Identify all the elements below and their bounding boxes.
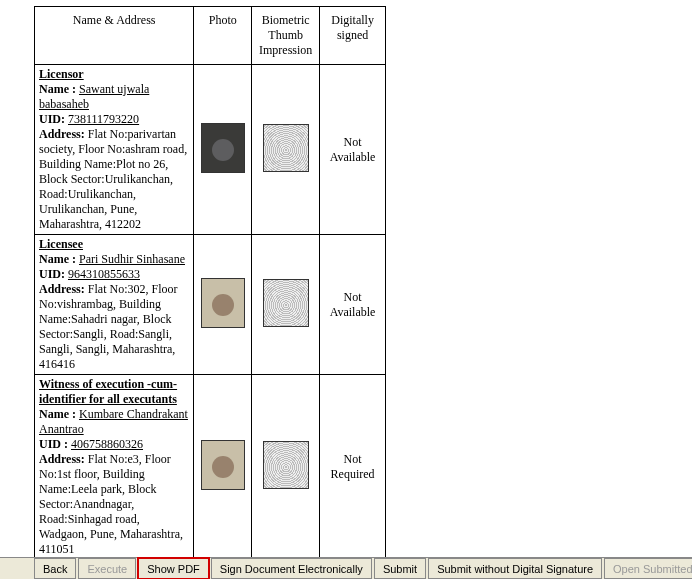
party-address: Flat No:parivartan society, Floor No:ash… [39, 127, 187, 231]
party-uid: 406758860326 [71, 437, 143, 451]
uid-label: UID : [39, 437, 68, 451]
addr-label: Address: [39, 127, 85, 141]
thumbprint-image [263, 279, 309, 327]
table-row: Witness of execution -cum-identifier for… [35, 375, 386, 560]
header-name: Name & Address [35, 7, 194, 65]
addr-label: Address: [39, 282, 85, 296]
sign-document-button[interactable]: Sign Document Electronically [211, 558, 372, 579]
party-table: Name & Address Photo Biometric Thumb Imp… [34, 6, 386, 579]
party-role: Witness of execution -cum-identifier for… [39, 377, 189, 407]
button-bar: Back Execute Show PDF Sign Document Elec… [0, 557, 692, 579]
photo-image [201, 123, 245, 173]
photo-image [201, 440, 245, 490]
submit-button[interactable]: Submit [374, 558, 426, 579]
thumbprint-image [263, 441, 309, 489]
submit-no-signature-button[interactable]: Submit without Digital Signature [428, 558, 602, 579]
table-row: Licensor Name : Sawant ujwala babasaheb … [35, 65, 386, 235]
party-uid: 964310855633 [68, 267, 140, 281]
name-label: Name : [39, 407, 76, 421]
show-pdf-button[interactable]: Show PDF [138, 558, 209, 579]
thumbprint-image [263, 124, 309, 172]
header-photo: Photo [194, 7, 252, 65]
signature-status: Not Available [320, 235, 386, 375]
header-thumb: Biometric Thumb Impression [252, 7, 320, 65]
name-label: Name : [39, 252, 76, 266]
party-role: Licensor [39, 67, 189, 82]
party-uid: 738111793220 [68, 112, 139, 126]
photo-image [201, 278, 245, 328]
table-row: Licensee Name : Pari Sudhir Sinhasane UI… [35, 235, 386, 375]
party-name: Pari Sudhir Sinhasane [79, 252, 185, 266]
uid-label: UID: [39, 112, 65, 126]
addr-label: Address: [39, 452, 85, 466]
uid-label: UID: [39, 267, 65, 281]
header-sig: Digitally signed [320, 7, 386, 65]
party-role: Licensee [39, 237, 189, 252]
signature-status: Not Required [320, 375, 386, 560]
signature-status: Not Available [320, 65, 386, 235]
name-label: Name : [39, 82, 76, 96]
back-button[interactable]: Back [34, 558, 76, 579]
open-submitted-button[interactable]: Open Submitted Document [604, 558, 692, 579]
party-address: Flat No:e3, Floor No:1st floor, Building… [39, 452, 183, 556]
execute-button[interactable]: Execute [78, 558, 136, 579]
